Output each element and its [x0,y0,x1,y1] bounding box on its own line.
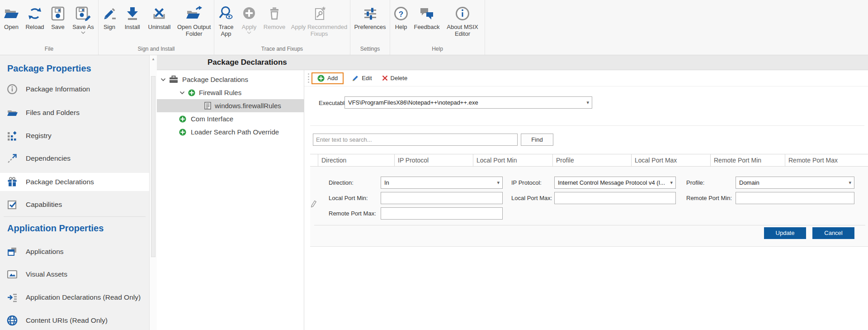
scrollbar-thumb[interactable] [151,76,156,257]
apply-button[interactable]: Apply [238,3,260,34]
cancel-button[interactable]: Cancel [812,227,854,239]
column-header-remote-port-min[interactable]: Remote Port Min [711,154,785,166]
combobox-value: VFS\ProgramFilesX86\Notepad++\notepad++.… [348,99,478,106]
tree-item-label: windows.firewallRules [215,102,281,110]
column-header-direction[interactable]: Direction [318,154,395,166]
button-label: Save [51,24,65,30]
tree-item-loader-search-path-override[interactable]: Loader Search Path Override [157,125,304,139]
tree-item-firewall-rules[interactable]: Firewall Rules [157,86,304,99]
update-button[interactable]: Update [764,227,806,239]
combobox-value: Internet Control Message Protocol v4 (I.… [558,179,665,186]
trace-app-button[interactable]: Trace App [214,3,238,37]
remote-port-max-input[interactable] [381,207,503,220]
open-output-folder-button[interactable]: Open Output Folder [174,3,214,37]
button-label: Delete [391,75,408,81]
trash-icon [266,4,283,24]
button-label: Open Output Folder [174,24,214,37]
green-plus-icon [179,115,186,123]
sidebar-divider [4,216,146,217]
add-button[interactable]: Add [311,72,344,84]
info-icon [6,83,18,95]
app-declarations-icon [6,292,18,303]
button-label: Install [125,24,140,30]
drag-handle-icon[interactable] [308,73,309,83]
apply-recommended-fixups-button[interactable]: Apply Recommended Fixups [288,3,350,37]
column-header-local-port-min[interactable]: Local Port Min [473,154,553,166]
column-header-local-port-max[interactable]: Local Port Max [632,154,711,166]
sidebar-item-capabilities[interactable]: Capabilities [0,196,149,214]
remove-button[interactable]: Remove [260,3,288,30]
save-icon [50,4,66,24]
globe-icon [6,315,18,326]
button-label: Uninstall [148,24,171,30]
svg-text:?: ? [399,10,403,19]
button-label: Edit [362,75,372,81]
remote-port-min-input[interactable] [736,192,854,204]
remote-port-max-label: Remote Port Max: [329,210,376,217]
sidebar-item-application-declarations[interactable]: Application Declarations (Read Only) [0,288,149,306]
visual-assets-image-icon [6,268,18,280]
feedback-icon [418,4,435,24]
help-button[interactable]: ? Help [390,3,412,30]
tree-item-windows-firewallrules[interactable]: windows.firewallRules [157,99,304,112]
about-msix-editor-button[interactable]: About MSIX Editor [442,3,483,37]
sidebar-item-registry[interactable]: Registry [0,127,149,145]
sidebar-item-content-uris[interactable]: Content URIs (Read Only) [0,311,149,330]
column-header-profile[interactable]: Profile [553,154,632,166]
install-icon [124,4,141,24]
tree-item-package-declarations[interactable]: Package Declarations [157,73,304,86]
ip-protocol-combobox[interactable]: Internet Control Message Protocol v4 (I.… [554,177,676,189]
local-port-min-input[interactable] [381,192,503,204]
sidebar-item-files-and-folders[interactable]: Files and Folders [0,104,149,122]
ribbon-group-file: Open Reload Save Save As File [0,0,99,55]
find-button[interactable]: Find [521,134,553,146]
sidebar-item-label: Capabilities [26,196,62,214]
uninstall-button[interactable]: Uninstall [145,3,175,30]
apply-plus-icon [241,4,257,24]
preferences-button[interactable]: Preferences [351,3,390,30]
sidebar-item-applications[interactable]: Applications [0,243,149,261]
sidebar-item-label: Package Information [26,80,90,98]
sidebar-item-label: Content URIs (Read Only) [26,311,108,330]
executable-combobox[interactable]: VFS\ProgramFilesX86\Notepad++\notepad++.… [344,96,592,109]
ribbon-group-label: Settings [350,45,390,55]
sidebar-scrollbar[interactable]: ▲ [149,55,157,330]
ribbon-group-trace-fixups: Trace App Apply Remove Apply Recommended… [214,0,350,55]
button-label: Add [327,75,338,81]
sidebar-item-package-declarations[interactable]: Package Declarations [0,173,149,191]
sidebar-item-label: Application Declarations (Read Only) [26,288,141,306]
profile-combobox[interactable]: Domain [736,177,854,189]
button-label: Apply Recommended Fixups [288,24,350,37]
column-header-ip-protocol[interactable]: IP Protocol [395,154,473,166]
sidebar-item-package-information[interactable]: Package Information [0,80,149,98]
ribbon-group-label: Sign and Install [99,45,214,55]
direction-combobox[interactable]: In [381,177,503,189]
open-button[interactable]: Open [0,3,23,30]
button-label: Help [395,24,407,30]
sidebar-item-visual-assets[interactable]: Visual Assets [0,265,149,283]
sign-button[interactable]: Sign [99,3,120,30]
save-as-button[interactable]: Save As [69,3,98,34]
button-label: About MSIX Editor [442,24,483,37]
feedback-button[interactable]: Feedback [412,3,442,30]
ribbon: Open Reload Save Save As File Sign [0,0,868,55]
save-button[interactable]: Save [47,3,69,30]
tree-item-com-interface[interactable]: Com Interface [157,112,304,125]
chevron-down-icon[interactable] [179,91,185,95]
edit-button[interactable]: Edit [348,73,376,84]
install-button[interactable]: Install [120,3,145,30]
delete-button[interactable]: Delete [378,73,412,83]
reload-button[interactable]: Reload [23,3,47,30]
green-plus-icon [188,89,195,96]
sign-pencil-icon [101,4,118,24]
section-divider [310,125,864,126]
sidebar-item-dependencies[interactable]: Dependencies [0,149,149,167]
column-header-remote-port-max[interactable]: Remote Port Max [785,154,868,166]
local-port-max-input[interactable] [554,192,676,204]
scrollbar-up-arrow[interactable]: ▲ [150,57,157,61]
sidebar-item-label: Dependencies [26,149,71,167]
profile-label: Profile: [686,179,704,186]
chevron-down-icon[interactable] [160,78,166,81]
remote-port-min-label: Remote Port Min: [686,195,732,201]
search-input[interactable] [313,134,518,146]
